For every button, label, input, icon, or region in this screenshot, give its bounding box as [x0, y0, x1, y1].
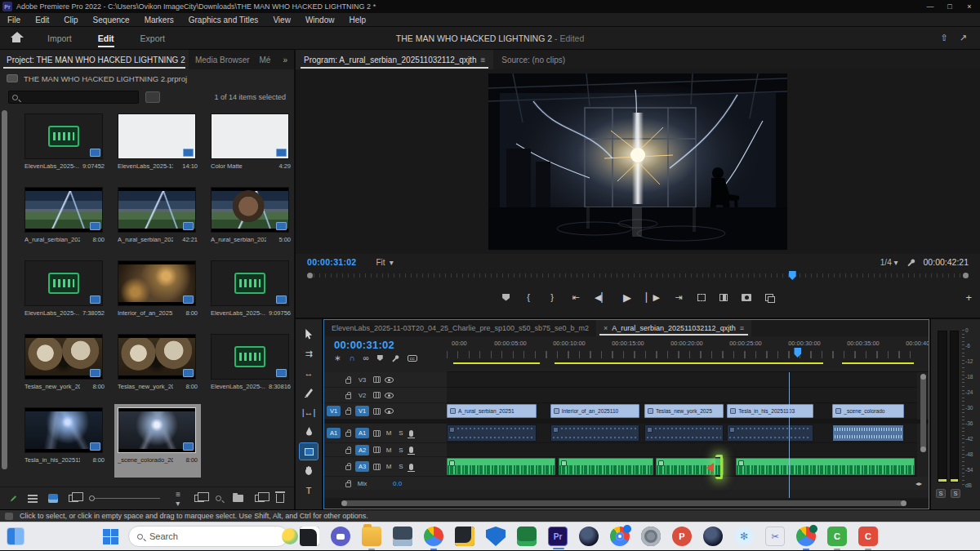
- track-lane-v2[interactable]: [447, 388, 917, 403]
- tab-edit[interactable]: Edit: [85, 27, 127, 49]
- audio-clip[interactable]: [727, 424, 813, 442]
- tab-program[interactable]: Program: A_rural_serbian_202511032112_qx…: [296, 50, 493, 69]
- maximize-button[interactable]: □: [941, 1, 959, 12]
- lock-icon[interactable]: [345, 379, 351, 384]
- mark-in-icon[interactable]: {: [523, 292, 533, 302]
- tab-sequence-elevenlabs[interactable]: ElevenLabs_2025-11-03T20_04_25_Charlie_p…: [324, 320, 596, 336]
- search-input[interactable]: [8, 91, 139, 104]
- fit-dropdown[interactable]: Fit ▾: [376, 258, 394, 267]
- project-item[interactable]: ElevenLabs_2025-...7:38052: [21, 257, 108, 331]
- close-tab-icon[interactable]: ×: [604, 324, 608, 332]
- mute-button[interactable]: M: [385, 463, 393, 470]
- taskbar-icon-snipping-tool[interactable]: ✂: [765, 527, 785, 546]
- solo-right-button[interactable]: S: [951, 489, 960, 498]
- widgets-icon[interactable]: [7, 527, 24, 545]
- taskbar-icon-camtasia[interactable]: C: [827, 527, 847, 546]
- taskbar-icon-chrome-profile-blue[interactable]: [610, 527, 630, 546]
- hand-tool[interactable]: [300, 463, 318, 479]
- project-item[interactable]: A_rural_serbian_2025...8:00: [21, 184, 108, 257]
- voiceover-mic-icon[interactable]: [409, 464, 413, 470]
- lock-icon[interactable]: [345, 394, 351, 399]
- mark-out-icon[interactable]: }: [547, 292, 557, 302]
- step-back-icon[interactable]: ◀▏: [595, 292, 608, 303]
- menu-view[interactable]: View: [265, 13, 298, 26]
- video-clip[interactable]: Tesla_in_his_20251103: [727, 404, 813, 418]
- ripple-edit-tool[interactable]: ↔: [300, 365, 318, 381]
- minimize-button[interactable]: —: [921, 1, 939, 12]
- filter-bin-button[interactable]: [145, 91, 160, 103]
- lock-icon[interactable]: [345, 465, 351, 470]
- scrub-handle-right[interactable]: [963, 273, 969, 278]
- tab-overflow-truncated[interactable]: Mé: [252, 50, 276, 69]
- timeline-vertical-scrollbar[interactable]: [920, 375, 926, 451]
- tab-export[interactable]: Export: [127, 27, 178, 49]
- project-item[interactable]: Teslas_new_york_202...8:00: [21, 331, 108, 404]
- track-label-a1[interactable]: A1: [355, 428, 369, 438]
- type-tool[interactable]: T: [300, 482, 318, 499]
- program-timecode[interactable]: 00:00:31:02: [307, 257, 357, 267]
- audio-clip[interactable]: [832, 424, 904, 442]
- taskbar-icon-dark-circle-app-2[interactable]: [703, 527, 723, 546]
- video-clip[interactable]: Teslas_new_york_2025: [644, 404, 724, 418]
- music-audio-clip[interactable]: [447, 458, 555, 475]
- settings-wrench-icon[interactable]: [906, 258, 915, 267]
- nest-icon[interactable]: ∗: [334, 353, 341, 362]
- slip-tool[interactable]: |↔|: [300, 404, 318, 420]
- program-scrubber[interactable]: [307, 270, 969, 283]
- project-item-selected[interactable]: _scene_colorado_2025...8:00: [114, 404, 201, 478]
- panel-menu-icon[interactable]: ≡: [480, 56, 485, 64]
- track-visibility-eye-icon[interactable]: [385, 393, 394, 398]
- source-patch-a1[interactable]: A1: [327, 428, 341, 438]
- mute-button[interactable]: M: [385, 447, 393, 454]
- program-playhead[interactable]: [789, 271, 796, 280]
- taskbar-icon-defender-shield[interactable]: [486, 527, 506, 546]
- project-item[interactable]: Interior_of_an_202511...8:00: [114, 257, 201, 331]
- track-lane-v3[interactable]: [447, 372, 917, 388]
- sync-lock-icon[interactable]: [373, 447, 381, 453]
- solo-button[interactable]: S: [397, 447, 405, 454]
- project-item[interactable]: ElevenLabs_2025-11-...14:10: [114, 110, 201, 184]
- track-label-v1[interactable]: V1: [355, 406, 369, 416]
- mix-level-value[interactable]: 0.0: [393, 480, 402, 487]
- fullscreen-icon[interactable]: ↗: [960, 33, 967, 43]
- video-clip[interactable]: A_rural_serbian_20251: [447, 404, 537, 418]
- new-item-icon[interactable]: [255, 495, 265, 502]
- extract-icon[interactable]: [719, 294, 728, 301]
- menu-graphics-titles[interactable]: Graphics and Titles: [181, 13, 266, 26]
- menu-clip[interactable]: Clip: [56, 13, 85, 26]
- export-frame-icon[interactable]: [742, 294, 751, 301]
- sync-lock-icon[interactable]: [373, 430, 381, 437]
- solo-button[interactable]: S: [397, 463, 405, 470]
- trim-out-selection[interactable]: [715, 455, 723, 479]
- taskbar-icon-dark-yellow-app[interactable]: [455, 527, 474, 546]
- clear-trash-icon[interactable]: [276, 494, 284, 503]
- project-item[interactable]: A_rural_serbian_2025...5:00: [207, 184, 294, 257]
- audio-clip[interactable]: [447, 424, 537, 442]
- project-scrollbar[interactable]: [2, 110, 7, 469]
- lock-icon[interactable]: [345, 432, 351, 437]
- add-marker-icon[interactable]: [377, 355, 383, 361]
- taskbar-icon-chrome-profile-green[interactable]: [796, 527, 816, 546]
- sync-lock-icon[interactable]: [373, 464, 381, 470]
- weather-icon[interactable]: [282, 528, 298, 544]
- list-view-icon[interactable]: [28, 495, 38, 503]
- menu-window[interactable]: Window: [298, 13, 342, 26]
- playback-resolution-dropdown[interactable]: 1/4 ▾: [880, 258, 898, 267]
- panel-menu-icon[interactable]: ≡: [740, 324, 744, 332]
- taskbar-icon-chrome[interactable]: [424, 527, 443, 546]
- taskbar-icon-settings-gear[interactable]: [641, 527, 661, 546]
- scrub-handle-left[interactable]: [307, 273, 313, 278]
- lock-icon[interactable]: [345, 449, 351, 454]
- start-button[interactable]: [103, 529, 118, 544]
- step-forward-icon[interactable]: ▏▶: [646, 292, 660, 303]
- project-item[interactable]: ElevenLabs_2025-...9:09756: [207, 257, 294, 331]
- linked-selection-icon[interactable]: ∞: [363, 353, 369, 362]
- lock-icon[interactable]: [345, 482, 351, 487]
- audio-clip[interactable]: [644, 424, 724, 442]
- button-editor-icon[interactable]: +: [965, 291, 972, 304]
- lift-icon[interactable]: [697, 294, 706, 301]
- track-label-v3[interactable]: V3: [355, 375, 369, 385]
- track-label-v2[interactable]: V2: [355, 390, 369, 401]
- play-icon[interactable]: ▶: [622, 291, 632, 304]
- track-lane-a3[interactable]: [447, 457, 917, 477]
